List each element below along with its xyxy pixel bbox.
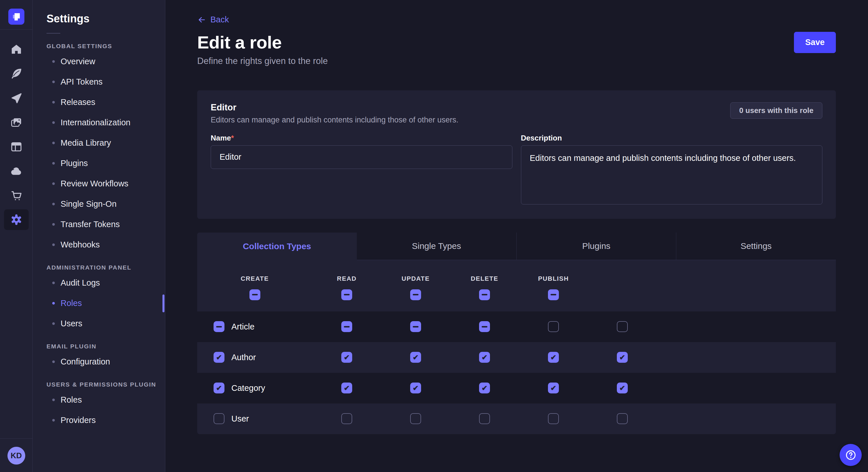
- bullet-icon: [52, 419, 55, 422]
- article-delete-checkbox[interactable]: [548, 321, 559, 332]
- sidebar-item-releases[interactable]: Releases: [33, 92, 165, 112]
- sidebar-item-label: Releases: [61, 98, 95, 107]
- layout-icon[interactable]: [4, 134, 29, 159]
- feather-icon[interactable]: [4, 61, 29, 86]
- permission-cell: [312, 352, 381, 363]
- sidebar-item-webhooks[interactable]: Webhooks: [33, 235, 165, 255]
- category-create-checkbox[interactable]: [341, 382, 352, 394]
- tab-single-types[interactable]: Single Types: [357, 233, 516, 260]
- user-read-checkbox[interactable]: [410, 413, 421, 424]
- article-create-checkbox[interactable]: [341, 321, 352, 332]
- gear-icon[interactable]: [4, 209, 29, 230]
- sidebar-item-overview[interactable]: Overview: [33, 51, 165, 72]
- sidebar-item-configuration[interactable]: Configuration: [33, 351, 165, 372]
- users-with-role-badge[interactable]: 0 users with this role: [730, 102, 823, 119]
- row-checkbox-author[interactable]: [214, 352, 224, 363]
- permission-cell: [450, 382, 519, 394]
- sidebar-item-api-tokens[interactable]: API Tokens: [33, 72, 165, 92]
- sidebar-item-providers[interactable]: Providers: [33, 410, 165, 430]
- user-update-checkbox[interactable]: [479, 413, 490, 424]
- strapi-logo-icon[interactable]: [8, 9, 24, 25]
- bullet-icon: [52, 243, 55, 246]
- active-item-indicator: [162, 295, 164, 312]
- sidebar-item-label: Users: [61, 319, 82, 328]
- help-button[interactable]: [840, 444, 862, 466]
- column-update: UPDATE: [381, 275, 450, 311]
- nav-section: GLOBAL SETTINGSOverviewAPI TokensRelease…: [33, 43, 165, 255]
- sidebar-item-single-sign-on[interactable]: Single Sign-On: [33, 194, 165, 214]
- sidebar-item-label: Audit Logs: [61, 278, 100, 288]
- column-delete: DELETE: [450, 275, 519, 311]
- category-update-checkbox[interactable]: [479, 382, 490, 394]
- user-create-checkbox[interactable]: [341, 413, 352, 424]
- avatar[interactable]: KD: [7, 447, 25, 465]
- sidebar-item-roles[interactable]: Roles: [33, 293, 165, 313]
- sidebar-item-internationalization[interactable]: Internationalization: [33, 112, 165, 133]
- master-checkbox-delete[interactable]: [479, 289, 490, 300]
- title-row: Edit a role Save: [197, 32, 836, 53]
- home-icon[interactable]: [4, 37, 29, 61]
- permission-row-user: User: [197, 403, 836, 434]
- role-card-titles: Editor Editors can manage and publish co…: [211, 102, 458, 125]
- sidebar-item-review-workflows[interactable]: Review Workflows: [33, 173, 165, 194]
- app-screen: KD Settings GLOBAL SETTINGSOverviewAPI T…: [0, 0, 868, 472]
- tab-collection-types[interactable]: Collection Types: [197, 233, 357, 260]
- master-checkbox-publish[interactable]: [548, 289, 559, 300]
- sidebar-item-label: API Tokens: [61, 77, 102, 87]
- send-icon[interactable]: [4, 86, 29, 110]
- row-checkbox-category[interactable]: [214, 382, 224, 394]
- permission-row-article: Article: [197, 311, 836, 342]
- sidebar-item-plugins[interactable]: Plugins: [33, 153, 165, 173]
- master-checkbox-read[interactable]: [341, 289, 352, 300]
- article-read-checkbox[interactable]: [410, 321, 421, 332]
- bullet-icon: [52, 60, 55, 63]
- author-publish-checkbox[interactable]: [617, 352, 628, 363]
- row-checkbox-user[interactable]: [214, 413, 224, 424]
- name-label: Name*: [211, 134, 513, 142]
- user-publish-checkbox[interactable]: [617, 413, 628, 424]
- author-create-checkbox[interactable]: [341, 352, 352, 363]
- bullet-icon: [52, 101, 55, 103]
- content-type-name: User: [231, 414, 249, 424]
- tab-settings[interactable]: Settings: [676, 233, 836, 260]
- description-textarea[interactable]: Editors can manage and publish contents …: [521, 145, 823, 204]
- name-input[interactable]: [211, 145, 513, 169]
- bullet-icon: [52, 302, 55, 305]
- back-label: Back: [210, 15, 229, 24]
- article-update-checkbox[interactable]: [479, 321, 490, 332]
- master-checkbox-create[interactable]: [249, 289, 260, 300]
- sidebar-item-roles[interactable]: Roles: [33, 390, 165, 410]
- column-label: UPDATE: [402, 275, 430, 282]
- media-icon[interactable]: [4, 110, 29, 134]
- sidebar-item-media-library[interactable]: Media Library: [33, 133, 165, 153]
- permission-cell: [312, 382, 381, 394]
- tab-plugins[interactable]: Plugins: [516, 233, 676, 260]
- question-mark-icon: [845, 449, 857, 461]
- permission-cell: [588, 413, 657, 424]
- row-label-cell: Author: [197, 352, 312, 363]
- bullet-icon: [52, 182, 55, 185]
- article-publish-checkbox[interactable]: [617, 321, 628, 332]
- author-delete-checkbox[interactable]: [548, 352, 559, 363]
- permission-cell: [312, 321, 381, 332]
- author-update-checkbox[interactable]: [479, 352, 490, 363]
- category-delete-checkbox[interactable]: [548, 382, 559, 394]
- permissions-rows: ArticleAuthorCategoryUser: [197, 311, 836, 434]
- master-checkbox-update[interactable]: [410, 289, 421, 300]
- cloud-icon[interactable]: [4, 159, 29, 183]
- category-read-checkbox[interactable]: [410, 382, 421, 394]
- role-card-header: Editor Editors can manage and publish co…: [211, 102, 823, 125]
- author-read-checkbox[interactable]: [410, 352, 421, 363]
- save-button[interactable]: Save: [794, 32, 836, 53]
- sidebar-item-transfer-tokens[interactable]: Transfer Tokens: [33, 214, 165, 235]
- row-checkbox-article[interactable]: [214, 321, 224, 332]
- back-link[interactable]: Back: [197, 15, 229, 24]
- category-publish-checkbox[interactable]: [617, 382, 628, 394]
- subnav-sections: GLOBAL SETTINGSOverviewAPI TokensRelease…: [33, 43, 165, 430]
- permission-cell: [450, 321, 519, 332]
- cart-icon[interactable]: [4, 183, 29, 208]
- sidebar-item-users[interactable]: Users: [33, 313, 165, 334]
- nav-section: USERS & PERMISSIONS PLUGINRolesProviders: [33, 381, 165, 430]
- sidebar-item-audit-logs[interactable]: Audit Logs: [33, 273, 165, 293]
- user-delete-checkbox[interactable]: [548, 413, 559, 424]
